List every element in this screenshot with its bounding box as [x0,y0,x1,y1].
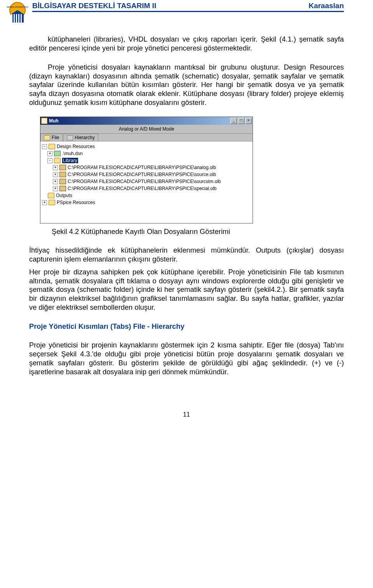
design-file-icon [54,151,61,156]
university-logo: MERSİN ÜNİVERSİTESİ [6,2,29,25]
tab-label: Hierarchy [75,135,94,140]
folder-icon [54,158,61,163]
tree-node-lib-item[interactable]: + C:\PROGRAM FILES\ORCAD\CAPTURE\LIBRARY… [42,164,251,171]
tree-node-dsn[interactable]: + .\muh.dsn [42,150,251,157]
library-file-icon [59,179,66,184]
page-number: 11 [29,411,344,418]
project-manager-window: Muh _ □ × Analog or A/D Mixed Mode File … [40,117,253,223]
document-title: BİLGİSAYAR DESTEKLİ TASARIM II [32,2,156,10]
tree-label: Outputs [56,193,72,198]
library-file-icon [59,172,66,177]
folder-icon [48,193,54,198]
tree-label-selected: Library [62,158,78,163]
expand-icon[interactable]: + [53,186,58,191]
collapse-icon[interactable]: − [42,144,47,149]
tab-file[interactable]: File [40,134,63,141]
paragraph: Proje yöneticisi dosyaları kaynakların m… [29,63,344,107]
paragraph: Her proje bir dizayna sahipken pek çok k… [29,268,344,312]
tree-node-lib-item[interactable]: + C:\PROGRAM FILES\ORCAD\CAPTURE\LIBRARY… [42,185,251,192]
expand-icon[interactable]: + [53,165,58,170]
paragraph: Proje yöneticisi bir projenin kaynakları… [29,341,344,376]
window-titlebar: Muh _ □ × [40,117,253,125]
section-heading: Proje Yönetici Kısımları (Tabs) File - H… [29,322,344,331]
tree-node-lib-item[interactable]: + C:\PROGRAM FILES\ORCAD\CAPTURE\LIBRARY… [42,178,251,185]
expand-icon[interactable]: + [53,172,58,177]
tree-label: .\muh.dsn [62,151,83,156]
folder-icon [49,144,55,149]
library-file-icon [59,186,66,191]
maximize-button[interactable]: □ [238,118,244,124]
collapse-icon[interactable]: − [47,158,52,163]
library-file-icon [59,165,66,170]
tree-node-outputs[interactable]: Outputs [42,192,251,199]
hierarchy-icon [67,135,73,140]
window-icon [41,118,47,124]
tree-node-lib-item[interactable]: + C:\PROGRAM FILES\ORCAD\CAPTURE\LIBRARY… [42,171,251,178]
svg-rect-5 [16,14,17,23]
figure-screenshot: Muh _ □ × Analog or A/D Mixed Mode File … [40,117,344,223]
tree-label: C:\PROGRAM FILES\ORCAD\CAPTURE\LIBRARY\P… [68,165,216,170]
expand-icon[interactable]: + [42,200,47,205]
tree-label: C:\PROGRAM FILES\ORCAD\CAPTURE\LIBRARY\P… [68,186,216,191]
mode-label: Analog or A/D Mixed Mode [40,125,253,134]
tree-node-design-resources[interactable]: − Design Resources [42,143,251,150]
tree-view: − Design Resources + .\muh.dsn − Library [40,141,253,223]
tree-node-library[interactable]: − Library [42,157,251,164]
svg-rect-3 [11,14,12,23]
tree-label: PSpice Resources [57,200,95,205]
window-title: Muh [49,118,230,124]
figure-caption: Şekil 4.2 Kütüphanede Kayıtlı Olan Dosya… [52,227,344,236]
tree-label: C:\PROGRAM FILES\ORCAD\CAPTURE\LIBRARY\P… [68,179,221,184]
folder-icon [49,200,55,205]
folder-icon [44,135,50,140]
tree-label: Design Resources [57,144,95,149]
tabs-row: File Hierarchy [40,134,253,141]
author-name: Karaaslan [309,2,344,10]
paragraph: İhtiyaç hissedildiğinde ek kütüphaneleri… [29,246,344,264]
page-header: MERSİN ÜNİVERSİTESİ BİLGİSAYAR DESTEKLİ … [29,0,344,25]
svg-text:MERSİN ÜNİVERSİTESİ: MERSİN ÜNİVERSİTESİ [7,6,28,8]
tree-node-pspice[interactable]: + PSpice Resources [42,199,251,206]
expand-icon[interactable]: + [47,151,52,156]
paragraph: kütüphaneleri (libraries), VHDL dosyalar… [29,35,344,53]
tab-hierarchy[interactable]: Hierarchy [63,134,98,141]
expand-icon[interactable]: + [53,179,58,184]
tab-label: File [52,135,59,140]
svg-rect-2 [11,14,24,23]
close-button[interactable]: × [245,118,252,124]
minimize-button[interactable]: _ [230,118,237,124]
svg-rect-7 [21,14,22,23]
tree-label: C:\PROGRAM FILES\ORCAD\CAPTURE\LIBRARY\P… [68,172,216,177]
svg-rect-4 [14,14,15,23]
svg-rect-6 [18,14,19,23]
